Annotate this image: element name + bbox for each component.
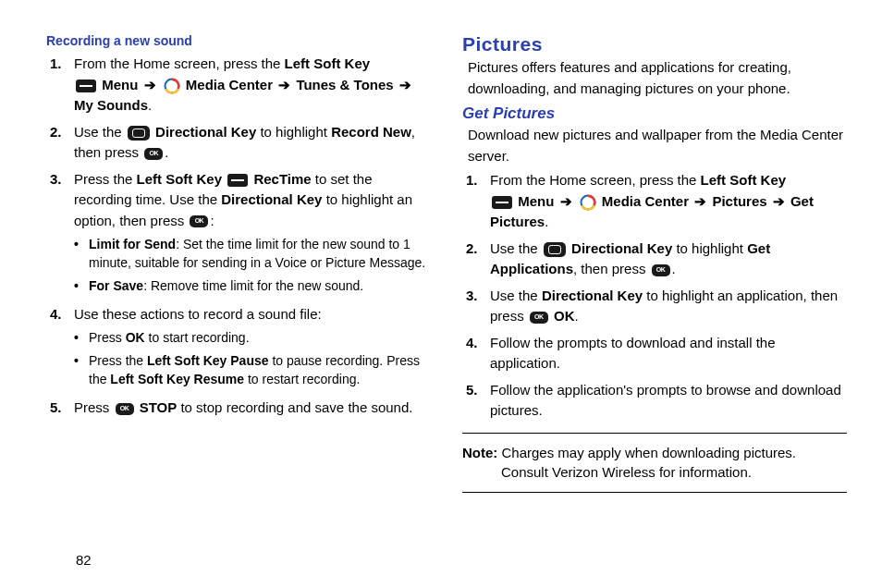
step-content: Use these actions to record a sound file… bbox=[74, 304, 431, 392]
page-number: 82 bbox=[76, 552, 92, 568]
ok-key-icon: OK bbox=[530, 312, 548, 324]
left-step-4: 4. Use these actions to record a sound f… bbox=[46, 304, 431, 392]
step-content: Use the Directional Key to highlight Get… bbox=[490, 239, 847, 280]
left-step-5: 5. Press OK STOP to stop recording and s… bbox=[46, 398, 431, 419]
step-num: 1. bbox=[462, 170, 490, 233]
step-content: Follow the application's prompts to brow… bbox=[490, 380, 847, 422]
step-content: From the Home screen, press the Left Sof… bbox=[490, 170, 847, 233]
step-content: From the Home screen, press the Left Sof… bbox=[74, 54, 431, 116]
menu-icon bbox=[227, 174, 248, 187]
step-num: 2. bbox=[46, 122, 74, 164]
arrow-icon: ➔ bbox=[398, 77, 413, 92]
pictures-intro: Pictures offers features and application… bbox=[462, 57, 847, 99]
bullet-item: •Press the Left Soft Key Pause to pause … bbox=[74, 351, 431, 389]
right-steps: 1. From the Home screen, press the Left … bbox=[462, 170, 847, 422]
left-steps: 1. From the Home screen, press the Left … bbox=[46, 54, 431, 419]
menu-icon bbox=[76, 80, 96, 92]
step-num: 5. bbox=[462, 380, 490, 422]
note-block: Note: Charges may apply when downloading… bbox=[462, 433, 847, 494]
note-label: Note: bbox=[462, 445, 497, 460]
left-step-3: 3. Press the Left Soft Key RecTime to se… bbox=[46, 169, 431, 299]
directional-key-icon bbox=[128, 126, 150, 141]
bullet-item: •Limit for Send: Set the time limit for … bbox=[74, 235, 431, 273]
get-pictures-intro: Download new pictures and wallpaper from… bbox=[462, 125, 847, 166]
ok-key-icon: OK bbox=[144, 148, 163, 160]
ok-key-icon: OK bbox=[652, 264, 670, 276]
arrow-icon: ➔ bbox=[276, 77, 292, 92]
left-step-2: 2. Use the Directional Key to highlight … bbox=[46, 122, 431, 164]
step-content: Use the Directional Key to highlight Rec… bbox=[74, 122, 431, 164]
left-column: Recording a new sound 1. From the Home s… bbox=[46, 33, 431, 493]
step-num: 4. bbox=[462, 333, 490, 374]
right-step-5: 5. Follow the application's prompts to b… bbox=[462, 380, 847, 422]
step-content: Follow the prompts to download and insta… bbox=[490, 333, 847, 374]
bullet-item: •Press OK to start recording. bbox=[74, 328, 431, 347]
arrow-icon: ➔ bbox=[142, 77, 158, 92]
step-content: Press OK STOP to stop recording and save… bbox=[74, 398, 431, 419]
step-content: Use the Directional Key to highlight an … bbox=[490, 286, 847, 327]
heading-pictures: Pictures bbox=[462, 33, 847, 55]
arrow-icon: ➔ bbox=[771, 193, 787, 209]
right-step-4: 4. Follow the prompts to download and in… bbox=[462, 333, 847, 374]
arrow-icon: ➔ bbox=[692, 193, 708, 209]
media-center-icon bbox=[164, 78, 180, 94]
page-columns: Recording a new sound 1. From the Home s… bbox=[46, 33, 847, 493]
step-content: Press the Left Soft Key RecTime to set t… bbox=[74, 169, 431, 299]
ok-key-icon: OK bbox=[190, 215, 208, 227]
directional-key-icon bbox=[544, 242, 566, 257]
right-step-1: 1. From the Home screen, press the Left … bbox=[462, 170, 847, 233]
bullet-item: •For Save: Remove time limit for the new… bbox=[74, 276, 431, 295]
step-num: 5. bbox=[46, 398, 74, 419]
step4-bullets: •Press OK to start recording. •Press the… bbox=[74, 328, 431, 388]
step3-bullets: •Limit for Send: Set the time limit for … bbox=[74, 235, 431, 295]
media-center-icon bbox=[580, 194, 596, 211]
step-num: 3. bbox=[46, 169, 74, 299]
step-num: 1. bbox=[46, 54, 74, 116]
step-num: 3. bbox=[462, 286, 490, 327]
right-step-3: 3. Use the Directional Key to highlight … bbox=[462, 286, 847, 327]
right-step-2: 2. Use the Directional Key to highlight … bbox=[462, 239, 847, 280]
note-text: Charges may apply when downloading pictu… bbox=[497, 445, 796, 481]
heading-recording: Recording a new sound bbox=[46, 33, 431, 48]
step-num: 2. bbox=[462, 239, 490, 280]
right-column: Pictures Pictures offers features and ap… bbox=[462, 33, 847, 493]
heading-get-pictures: Get Pictures bbox=[462, 104, 847, 123]
menu-icon bbox=[492, 196, 512, 209]
left-step-1: 1. From the Home screen, press the Left … bbox=[46, 54, 431, 116]
arrow-icon: ➔ bbox=[558, 193, 574, 209]
step-num: 4. bbox=[46, 304, 74, 392]
ok-key-icon: OK bbox=[116, 403, 134, 415]
